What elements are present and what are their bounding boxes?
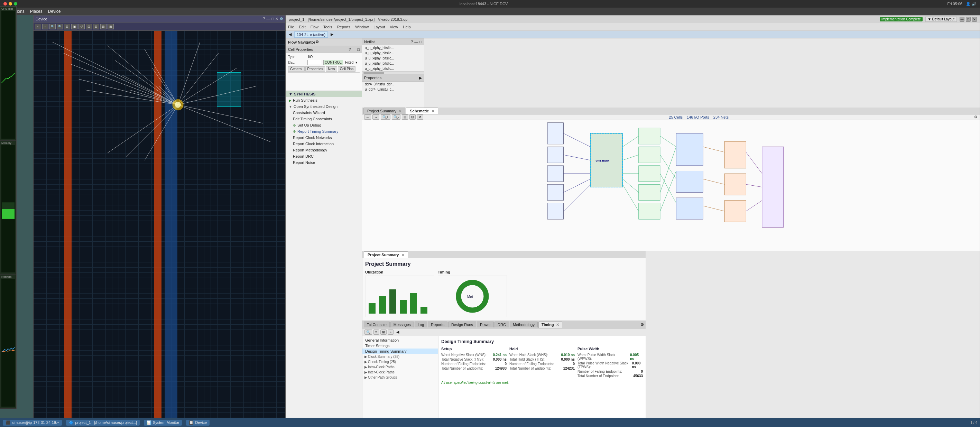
device-back-btn[interactable]: ← xyxy=(35,24,41,29)
netlist-item-3[interactable]: u_u_xiphy_bitslic... xyxy=(362,56,424,61)
sch-fit-btn[interactable]: ⊞ xyxy=(402,114,408,120)
console-tab-drc[interactable]: DRC xyxy=(495,322,509,327)
vivado-menu-edit[interactable]: Edit xyxy=(299,25,306,29)
console-tab-log[interactable]: Log xyxy=(415,322,427,327)
bel-input[interactable] xyxy=(307,60,321,65)
close-btn[interactable] xyxy=(3,2,7,6)
taskbar-system-monitor[interactable]: 📊 System Monitor xyxy=(144,420,182,425)
device-snap-btn[interactable]: ⊡ xyxy=(86,24,92,29)
netlist-scrollbar[interactable] xyxy=(362,71,424,74)
maximize-btn[interactable] xyxy=(14,2,17,6)
taskbar-vivado[interactable]: 🔷 project_1 - [/home/simuser/project...] xyxy=(66,420,140,425)
prop-min-btn[interactable]: — xyxy=(352,48,356,51)
flow-settings-icon[interactable]: ⚙ xyxy=(315,40,319,44)
netlist-item-5[interactable]: u_u_xiphy_bitslic... xyxy=(362,66,424,71)
io-ports-count[interactable]: 146 I/O Ports xyxy=(687,115,709,119)
console-tab-design-runs[interactable]: Design Runs xyxy=(448,322,476,327)
vivado-close-btn[interactable]: ✕ xyxy=(972,17,977,22)
tab-ps-close[interactable]: ✕ xyxy=(399,109,401,113)
tab-general[interactable]: General xyxy=(288,67,305,71)
device-settings-btn[interactable]: ⚙ xyxy=(280,17,283,21)
netlist-max-btn[interactable]: □ xyxy=(420,40,422,44)
cells-count[interactable]: 25 Cells xyxy=(669,115,682,119)
device-close-btn[interactable]: ✕ xyxy=(275,17,278,21)
report-noise-item[interactable]: Report Noise xyxy=(286,159,362,166)
tree-inter-clock[interactable]: ▶ Inter-Clock Paths xyxy=(363,370,438,375)
device-max-btn[interactable]: □ xyxy=(272,17,274,21)
netlist-item-4[interactable]: u_u_xiphy_bitslic... xyxy=(362,61,424,66)
tab-cell-pins[interactable]: Cell Pins xyxy=(338,67,355,71)
device-min-btn[interactable]: — xyxy=(266,17,270,21)
taskbar-terminal[interactable]: ⬛ simuser@ip-172-31-24-19:~ xyxy=(3,420,62,425)
prop-help-btn[interactable]: ? xyxy=(348,48,351,51)
timing-arrow-left[interactable]: ◀ xyxy=(396,330,399,334)
tab-properties[interactable]: Properties xyxy=(305,67,325,71)
tree-check-timing[interactable]: ▶ Check Timing (25) xyxy=(363,359,438,364)
sch-zoom-out-btn[interactable]: 🔍- xyxy=(392,114,401,120)
device-reset-btn[interactable]: ↺ xyxy=(78,24,85,29)
netlist-item-1[interactable]: u_u_xiphy_bitslic... xyxy=(362,45,424,51)
sch-settings-icon[interactable]: ⚙ xyxy=(974,115,978,119)
console-tab-methodology[interactable]: Methodology xyxy=(510,322,538,327)
sch-back-btn[interactable]: ← xyxy=(364,114,371,120)
menu-places[interactable]: Places xyxy=(30,9,43,14)
tree-design-timing-summary[interactable]: Design Timing Summary xyxy=(363,349,438,354)
device-zoom-out-btn[interactable]: 🔍 xyxy=(57,24,63,29)
vivado-menu-tools[interactable]: Tools xyxy=(323,25,332,29)
vivado-menu-layout[interactable]: Layout xyxy=(374,25,385,29)
device-fit-btn[interactable]: ⊞ xyxy=(64,24,70,29)
netlist-item-2[interactable]: u_u_xiphy_bitslic... xyxy=(362,51,424,56)
tree-clock-summary[interactable]: ▶ Clock Summary (25) xyxy=(363,354,438,359)
report-timing-item[interactable]: ⚙ Report Timing Summary xyxy=(286,128,362,135)
nets-count[interactable]: 234 Nets xyxy=(713,115,729,119)
edit-timing-item[interactable]: Edit Timing Constraints xyxy=(286,116,362,122)
console-tab-timing[interactable]: Timing ✕ xyxy=(538,322,562,328)
report-clock-interaction-item[interactable]: Report Clock Interaction xyxy=(286,141,362,147)
netlist-min-btn[interactable]: — xyxy=(414,40,418,44)
report-clock-networks-item[interactable]: Report Clock Networks xyxy=(286,135,362,141)
device-view3-btn[interactable]: ⊞ xyxy=(108,24,114,29)
default-layout-btn[interactable]: ▼ Default Layout xyxy=(925,17,957,22)
menu-device[interactable]: Device xyxy=(48,9,61,14)
sch-forward-btn[interactable]: → xyxy=(372,114,379,120)
ps-tab-close[interactable]: ✕ xyxy=(401,253,404,257)
device-select-btn[interactable]: ▣ xyxy=(71,24,78,29)
timing-tab-close[interactable]: ✕ xyxy=(556,322,559,327)
timing-list-btn[interactable]: ≡ xyxy=(374,330,379,335)
vivado-min-btn[interactable]: — xyxy=(959,17,964,22)
sch-select-btn[interactable]: ⊟ xyxy=(409,114,416,120)
vivado-menu-file[interactable]: File xyxy=(288,25,294,29)
open-synthesized-design-item[interactable]: ▼ Open Synthesized Design xyxy=(286,103,362,110)
tree-timer-settings[interactable]: Timer Settings xyxy=(363,343,438,349)
constraints-wizard-item[interactable]: Constraints Wizard xyxy=(286,110,362,116)
set-up-debug-item[interactable]: ⚙ Set Up Debug xyxy=(286,122,362,128)
timing-search-btn[interactable]: 🔍 xyxy=(364,330,372,335)
vivado-max-btn[interactable]: □ xyxy=(966,17,970,22)
tree-intra-clock[interactable]: ▶ Intra-Clock Paths xyxy=(363,364,438,370)
device-zoom-in-btn[interactable]: 🔍 xyxy=(49,24,56,29)
synthesis-collapse-icon[interactable]: ▼ xyxy=(289,92,293,96)
netlist-help-btn[interactable]: ? xyxy=(411,40,413,44)
vivado-menu-reports[interactable]: Reports xyxy=(337,25,351,29)
vivado-menu-flow[interactable]: Flow xyxy=(310,25,318,29)
minimize-btn[interactable] xyxy=(9,2,12,6)
timing-refresh-btn[interactable]: ● xyxy=(388,330,393,335)
report-drc-item[interactable]: Report DRC xyxy=(286,153,362,159)
console-tab-reports[interactable]: Reports xyxy=(428,322,447,327)
prop-max-btn[interactable]: □ xyxy=(357,48,360,51)
sch-refresh-btn[interactable]: ↺ xyxy=(417,114,423,120)
cell-item-2[interactable]: u_ddr4_0/instu_c... xyxy=(362,87,424,92)
tab-project-summary-right[interactable]: Project Summary ✕ xyxy=(364,251,408,258)
device-view1-btn[interactable]: ⊞ xyxy=(93,24,99,29)
netlist-panel2-expand[interactable]: ▶ xyxy=(419,76,422,80)
cell-item-1[interactable]: ddr4_0/inst/u_ddr... xyxy=(362,82,424,87)
bel-expand-icon[interactable]: ▾ xyxy=(355,60,357,64)
report-methodology-item[interactable]: Report Methodology xyxy=(286,147,362,153)
device-view2-btn[interactable]: ⊞ xyxy=(100,24,107,29)
vivado-menu-help[interactable]: Help xyxy=(403,25,411,29)
vivado-menu-window[interactable]: Window xyxy=(355,25,369,29)
sch-zoom-in-btn[interactable]: 🔍+ xyxy=(381,114,390,120)
console-tab-messages[interactable]: Messages xyxy=(390,322,414,327)
device-forward-btn[interactable]: → xyxy=(42,24,48,29)
console-tab-tcl[interactable]: Tcl Console xyxy=(364,322,390,327)
